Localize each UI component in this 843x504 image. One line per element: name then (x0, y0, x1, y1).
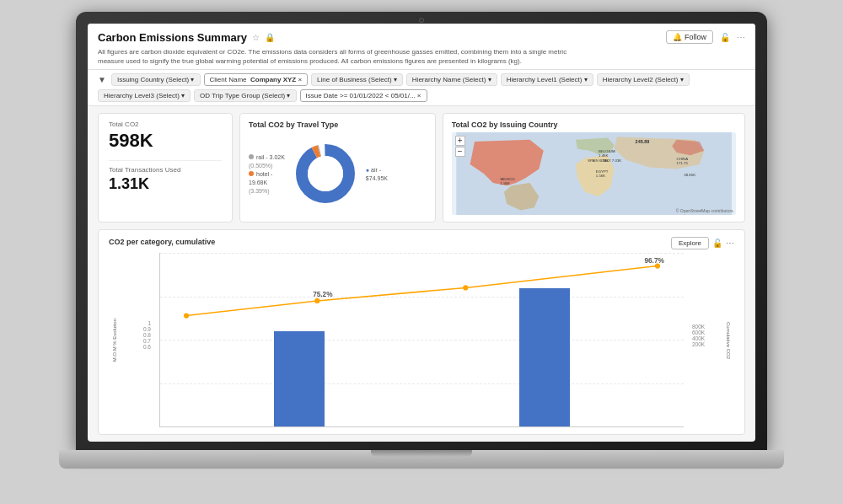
filter-bar: ▼ Issuing Country (Select) ▾ Client Name… (88, 70, 755, 106)
filter-issuing-country[interactable]: Issuing Country (Select) ▾ (111, 73, 201, 86)
donut-svg (292, 140, 359, 207)
legend-rail: rail - 3.02K (249, 154, 285, 160)
laptop-base (59, 450, 784, 469)
y-right-800k: 800K (692, 324, 705, 330)
map-zoom-controls: + − (455, 136, 465, 157)
legend-hotel: hotel - (249, 171, 285, 177)
map-title: Total CO2 by Issuing Country (452, 121, 736, 129)
svg-text:1.56K: 1.56K (596, 174, 605, 179)
svg-text:171.75: 171.75 (676, 161, 688, 165)
header-actions: 🔔 Follow 🔓 ⋯ (666, 30, 745, 44)
total-co2-label: Total CO2 (109, 121, 222, 128)
filter-icon: ▼ (98, 75, 106, 84)
legend-hotel-pct-label: (3.39%) (249, 188, 270, 194)
filter-line-of-business[interactable]: Line of Business (Select) ▾ (311, 73, 403, 86)
legend-rail-label: rail - 3.02K (256, 154, 285, 160)
filter-od-trip-type[interactable]: OD Trip Type Group (Select) ▾ (194, 89, 296, 102)
map-credit: © OpenStreetMap contributors. (676, 208, 734, 213)
svg-text:CHINA: CHINA (676, 157, 688, 161)
screen: Carbon Emissions Summary ☆ 🔒 🔔 Follow 🔓 … (88, 24, 755, 442)
filter-hierarchy-level2[interactable]: Hierarchy Level2 (Select) ▾ (597, 73, 690, 86)
follow-icon: 🔔 (673, 33, 682, 41)
filter-hierarchy-level1[interactable]: Hierarchy Level1 (Select) ▾ (501, 73, 593, 86)
follow-button[interactable]: 🔔 Follow (666, 30, 713, 44)
bar-1 (274, 331, 325, 426)
legend-dot-hotel (249, 171, 254, 176)
dashboard: Carbon Emissions Summary ☆ 🔒 🔔 Follow 🔓 … (88, 24, 755, 442)
main-content: Total CO2 598K Total Transactions Used 1… (88, 106, 755, 442)
total-transactions-label: Total Transactions Used (109, 166, 222, 174)
chart-inner: 75.2% 96.7% (159, 253, 684, 427)
filter-client-name[interactable]: Client Name Company XYZ × (204, 73, 309, 86)
bottom-card-header: CO2 per category, cumulative Explore 🔓 ⋯ (109, 237, 734, 249)
header-top: Carbon Emissions Summary ☆ 🔒 🔔 Follow 🔓 … (98, 30, 745, 44)
header: Carbon Emissions Summary ☆ 🔒 🔔 Follow 🔓 … (88, 24, 755, 70)
svg-text:38.85K: 38.85K (684, 174, 695, 178)
lock-small-icon[interactable]: 🔓 (712, 239, 722, 248)
svg-point-3 (308, 156, 343, 191)
zoom-out-button[interactable]: − (455, 147, 465, 157)
y-axis-left-wrapper: M.O.M % Evolution 1 0.9 0.8 0.7 0.6 (109, 253, 154, 427)
y-right-600k: 600K (692, 330, 705, 335)
total-transactions-value: 1.31K (109, 175, 222, 193)
bottom-chart-title: CO2 per category, cumulative (109, 238, 215, 246)
share-icon[interactable]: 🔓 (720, 33, 730, 42)
y-axis-tick-1: 1 (148, 320, 151, 326)
donut-title: Total CO2 by Travel Type (249, 121, 427, 129)
laptop-shell: Carbon Emissions Summary ☆ 🔒 🔔 Follow 🔓 … (59, 12, 784, 492)
svg-text:MEXICO: MEXICO (500, 177, 515, 181)
camera (419, 18, 424, 23)
chart-plot: 75.2% 96.7% (159, 253, 684, 427)
svg-text:BELGIUM: BELGIUM (599, 149, 615, 153)
y-axis-tick-09: 0.9 (143, 326, 151, 332)
laptop-notch (371, 450, 472, 457)
map-svg: 245.89 BELGIUM 1.46K SPAIN 6.33K ITALY 7… (452, 132, 736, 215)
y-right-400k: 400K (692, 335, 705, 341)
total-co2-value: 598K (109, 130, 222, 152)
lock-icon: 🔒 (265, 33, 275, 42)
donut-card: Total CO2 by Travel Type rail - 3.02K (0… (239, 113, 436, 223)
star-icon[interactable]: ☆ (252, 33, 260, 42)
y-axis-right-label: Cumulative CO2 (722, 322, 734, 359)
donut-content: rail - 3.02K (0.505%) hotel - (249, 132, 427, 215)
filter-hierarchy-name[interactable]: Hierarchy Name (Select) ▾ (406, 73, 497, 86)
y-axis-tick-07: 0.7 (143, 338, 151, 344)
title-group: Carbon Emissions Summary ☆ 🔒 (98, 31, 275, 44)
filter-issue-date[interactable]: Issue Date >= 01/01/2022 < 05/01/... × (300, 89, 427, 102)
donut-right-legend: ● air - $74.95K (366, 167, 388, 181)
bar-2 (519, 288, 570, 427)
legend-hotel-pct: (3.39%) (249, 188, 285, 194)
more-small-icon[interactable]: ⋯ (726, 239, 734, 248)
bottom-card-actions: Explore 🔓 ⋯ (671, 237, 734, 249)
legend-hotel-label: hotel - (256, 171, 272, 177)
svg-text:ITALY 7.03K: ITALY 7.03K (601, 158, 621, 163)
bars-area (160, 253, 684, 426)
legend-hotel-val-label: 19.68K (249, 180, 267, 185)
y-axis-left: 1 0.9 0.8 0.7 0.6 (121, 317, 154, 363)
donut-legend: rail - 3.02K (0.505%) hotel - (249, 154, 285, 194)
explore-button[interactable]: Explore (671, 237, 709, 249)
chart-area: M.O.M % Evolution 1 0.9 0.8 0.7 0.6 (109, 253, 734, 427)
legend-hotel-val: 19.68K (249, 180, 285, 185)
filter-hierarchy-level3[interactable]: Hierarchy Level3 (Select) ▾ (98, 89, 191, 102)
legend-rail-pct-label: (0.505%) (249, 163, 272, 169)
air-label: ● air - (366, 167, 388, 173)
more-icon[interactable]: ⋯ (737, 33, 745, 42)
legend-dot-rail (249, 154, 254, 159)
kpi-card: Total CO2 598K Total Transactions Used 1… (98, 113, 233, 223)
air-value: $74.95K (366, 175, 388, 181)
y-right-200k: 200K (692, 341, 705, 347)
top-row: Total CO2 598K Total Transactions Used 1… (98, 113, 745, 223)
y-axis-left-label: M.O.M % Evolution (109, 319, 121, 362)
screen-bezel: Carbon Emissions Summary ☆ 🔒 🔔 Follow 🔓 … (76, 12, 767, 450)
svg-text:1.96K: 1.96K (500, 181, 509, 185)
bottom-card: CO2 per category, cumulative Explore 🔓 ⋯ (98, 229, 745, 435)
svg-text:1.46K: 1.46K (599, 154, 608, 158)
y-axis-tick-08: 0.8 (143, 332, 151, 338)
map-card: Total CO2 by Issuing Country (443, 113, 745, 223)
map-container: 245.89 BELGIUM 1.46K SPAIN 6.33K ITALY 7… (452, 132, 736, 215)
header-description: All figures are carbon dioxide equivalen… (98, 47, 570, 66)
page-title: Carbon Emissions Summary (98, 31, 247, 44)
y-axis-right-wrapper: 800K 600K 400K 200K Cumulative CO2 (689, 253, 734, 427)
zoom-in-button[interactable]: + (455, 136, 465, 146)
